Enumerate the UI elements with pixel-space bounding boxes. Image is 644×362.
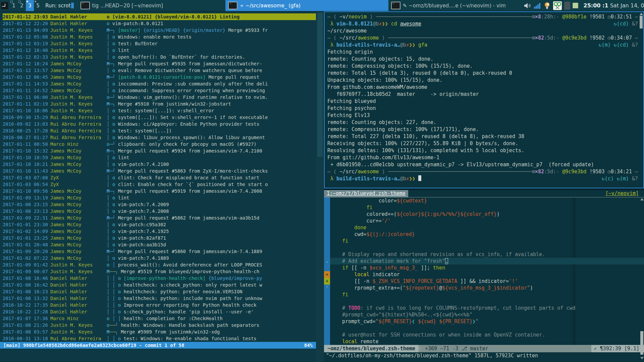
commit-row[interactable]: 2017-01-02 14:09James McCoy│ o vim-patch… bbox=[3, 228, 316, 235]
vim-statusline: ~omz/themes/blueyed.zsh-theme ⟩ +369 ~71… bbox=[324, 345, 644, 352]
commit-row[interactable]: 2017-01-12 18:24James McCoyM─┐ Merge pul… bbox=[3, 60, 316, 67]
app-green-circles-icon[interactable] bbox=[553, 1, 562, 10]
vim-code-line: = local indicator bbox=[324, 271, 644, 278]
scroll-up-arrow[interactable] bbox=[640, 13, 643, 15]
commit-row[interactable]: 2017-01-12 02:33Justin M. Keyes│ o open_… bbox=[3, 54, 316, 60]
vim-tabline-cwd: [~v/neovim] bbox=[605, 190, 644, 197]
vim-scrollbar-thumb[interactable] bbox=[640, 331, 643, 355]
terminal-line: f69769f7..18cb05d2 master -> origin/mast… bbox=[327, 91, 638, 98]
commit-row[interactable]: 2017-01-11 14:52James McCoy│ o inccomman… bbox=[3, 87, 316, 94]
commit-row[interactable]: 2017-01-03 07:08ZyX│ o clint: Check for … bbox=[3, 174, 316, 181]
tag-3[interactable]: 3 bbox=[26, 0, 34, 11]
commit-row[interactable]: 2017-01-08 03:57Justin M. KeyesM╌╌┐ Merg… bbox=[3, 328, 316, 335]
awesome-menu-icon[interactable] bbox=[1, 2, 8, 9]
taskbar-item[interactable]: ∻ ~/src/awesome_ (gfa) bbox=[225, 0, 388, 11]
commit-row[interactable]: 2017-01-10 15:32James McCoyM─┐ Merge pul… bbox=[3, 147, 316, 154]
terminal-line: Receiving objects: 100% (227/227), 55.89… bbox=[327, 140, 638, 147]
terminal-line: ~/src/awesome bbox=[327, 27, 638, 35]
tasklist: tig ...HEAD~20 [~v/neovim]∻ ~/src/awesom… bbox=[78, 0, 523, 11]
commit-row[interactable]: 2017-01-12 06:45James McCoyM─┘ [patch-8.… bbox=[3, 74, 316, 80]
vim-scrollbar[interactable] bbox=[640, 198, 644, 360]
commit-row[interactable]: 2017-01-08 21:26Justin M. Keyeso╌╌┘ heal… bbox=[3, 322, 316, 328]
commit-row[interactable]: 2017-01-03 06:54ZyX│ o clint: Enable che… bbox=[3, 181, 316, 188]
commit-row[interactable]: 2017-01-08 16:46Daniel Hahler│ │ o [impr… bbox=[3, 275, 316, 282]
commit-row[interactable]: 2017-01-12 05:08Justin M. Keyes│ o Windo… bbox=[3, 34, 316, 40]
commit-row[interactable]: 2017-01-09 20:20James McCoyM─┘ Merge pul… bbox=[3, 248, 316, 255]
commit-row[interactable]: 2017-01-08 13:32Daniel Hahler│ │ o healt… bbox=[3, 295, 316, 302]
commit-row[interactable]: 2017-01-01 23:30James McCoy│ o vim-patch… bbox=[3, 221, 316, 228]
commit-row[interactable]: 2017-01-07 17:36Marco Hinzo │ │ health: … bbox=[3, 315, 316, 322]
commit-row[interactable]: 2017-01-09 00:07Justin M. KeyesM╌╌┐ Merg… bbox=[3, 268, 316, 275]
commit-row[interactable]: 2017-01-08 16:42Daniel Hahler│ │ o healt… bbox=[3, 282, 316, 288]
run-prompt[interactable]: Run: scrot bbox=[45, 3, 74, 9]
vim-window[interactable]: 1:~omz/t/blueyed.zsh-theme [~v/neovim] c… bbox=[324, 190, 644, 362]
taskbar-item[interactable]: ✎ ~omz/t/blueyed....e (~v/neovim) - vim bbox=[388, 0, 523, 11]
tag-5[interactable]: 5 bbox=[34, 0, 42, 11]
vim-code-line: prompt_cwd="${PR_RESET}❮ ${cwd} ${PR_RES… bbox=[324, 318, 644, 325]
commit-row[interactable]: 2017-01-01 20:48James McCoy│ o vim-patch… bbox=[3, 241, 316, 248]
commit-row[interactable]: 2017-01-01 23:25James McCoy│ o vim-patch… bbox=[3, 235, 316, 241]
terminal-scrollbar-thumb[interactable] bbox=[640, 16, 643, 28]
commit-row[interactable]: 2016-08-27 01:27Rui Abreu Ferreira│ o Wi… bbox=[3, 134, 316, 141]
commit-row[interactable]: 2017-01-12 22:20Daniel Hahlero vim-patch… bbox=[3, 20, 316, 27]
vim-buffer-area[interactable]: color=${cwdtext} fi colored+=(${color}${… bbox=[324, 197, 644, 345]
statusline-separator: ⟩ bbox=[419, 345, 424, 352]
vim-code-line: if [[ -n $vcs_info_msg_3_ ]]; then bbox=[324, 264, 644, 271]
tig-status-bar: [main] 980bf1e548582bdcd86e6aefe2a0323cb… bbox=[0, 342, 316, 349]
commit-row[interactable]: 2016-08-25 17:28Rui Abreu Ferreira│ o te… bbox=[3, 127, 316, 134]
commit-row[interactable]: 2017-01-08 23:13James McCoy│ o vim-patch… bbox=[3, 208, 316, 215]
volume-icon[interactable] bbox=[523, 2, 531, 9]
scroll-up-arrow[interactable] bbox=[640, 198, 644, 200]
tray-dark-icon[interactable] bbox=[564, 2, 570, 10]
taskbar-item[interactable]: tig ...HEAD~20 [~v/neovim] bbox=[78, 0, 225, 11]
terminal-line: λ build-utils-travis-a…@b✗❯❯ gfa↻(m) ↻(c… bbox=[327, 42, 638, 49]
commit-row[interactable]: 2017-01-09 22:31James McCoyM─┘ Merge pul… bbox=[3, 215, 316, 221]
commit-row[interactable]: 2017-01-08 16:23Daniel Hahler│ │ o healt… bbox=[3, 288, 316, 295]
commit-row[interactable]: 2017-01-02 07:22James McCoy│ o vim-patch… bbox=[3, 255, 316, 261]
commit-row[interactable]: 2017-01-09 13:19James McCoy│ o lint bbox=[3, 194, 316, 201]
commit-row[interactable]: 2017-01-08 23:15James McCoy│ o vim-patch… bbox=[3, 201, 316, 208]
vim-tab-current[interactable]: 1:~omz/t/blueyed.zsh-theme bbox=[324, 190, 408, 197]
commit-row[interactable]: 2017-01-10 11:43James McCoyM─┘ Merge pul… bbox=[3, 168, 316, 174]
lightbulb-icon[interactable] bbox=[543, 2, 551, 10]
signal-bars-icon[interactable] bbox=[534, 2, 541, 9]
commit-row[interactable]: 2017-01-12 03:19Justin M. Keyes│ o test:… bbox=[3, 40, 316, 47]
terminal-scrollbar[interactable] bbox=[639, 12, 643, 188]
tig-scrollbar[interactable] bbox=[316, 11, 324, 362]
commit-row[interactable]: 2017-01-13 04:09Justin M. KeyesM─┐ [mast… bbox=[3, 27, 316, 34]
tray-green-icon[interactable] bbox=[573, 3, 578, 8]
vim-code-line: colored+=(${color}${i:gs/%/%%/}${color_o… bbox=[324, 211, 644, 218]
commit-row[interactable]: 2017-01-10 18:06Justin M. Keyes│ o test:… bbox=[3, 107, 316, 114]
commit-row[interactable]: 2016-09-02 13:03Rui Abreu Ferreira│ o Wi… bbox=[3, 121, 316, 127]
commit-row[interactable]: 2017-01-10 10:59James McCoy│ o lint bbox=[3, 154, 316, 161]
terminal-line: — ⟨ ~/src/awesome ⟩ ────────────────────… bbox=[327, 35, 638, 42]
zsh-terminal-window[interactable]: — ⟨ ~v/neovim ⟩ ────────────────────────… bbox=[324, 11, 644, 188]
commit-row[interactable]: 2017-01-11 02:19Justin M. KeyesM─┐ Merge… bbox=[3, 101, 316, 107]
tag-2[interactable]: 2 bbox=[18, 0, 26, 11]
terminal-line: λ vim-8.0.0121@b✗❯❯ cd awesome↻(cd) &? bbox=[327, 20, 638, 27]
commit-row[interactable]: 2017-01-11 00:50Marco Hinzo─┘ clipboard:… bbox=[3, 141, 316, 147]
commit-row[interactable]: 2017-01-09 01:42Justin M. Keyeso │ proce… bbox=[3, 261, 316, 268]
commit-row[interactable]: 2017-01-12 23:03Daniel Hahlero [vim-8.0.… bbox=[3, 13, 316, 20]
terminal-icon bbox=[391, 2, 400, 9]
commit-row[interactable]: 2017-01-11 14:53James McCoy│ o inccomman… bbox=[3, 80, 316, 87]
commit-row[interactable]: 2016-10-22 17:28Daniel Hahler│ │ o s:che… bbox=[3, 308, 316, 315]
tig-window[interactable]: 2017-01-12 23:03Daniel Hahlero [vim-8.0.… bbox=[0, 11, 316, 362]
tag-1[interactable]: 1 bbox=[10, 0, 18, 11]
commit-row[interactable]: 2017-01-10 09:56James McCoyM─┐ Merge pul… bbox=[3, 188, 316, 194]
commit-row[interactable]: 2016-08-31 13:18Rui Abreu Ferreira│ │ o … bbox=[3, 335, 316, 342]
commit-row[interactable]: 2017-01-12 13:57James McCoy│ o eval: Rem… bbox=[3, 67, 316, 74]
tig-scrollbar-thumb[interactable] bbox=[317, 13, 323, 157]
commit-list: 2017-01-12 23:03Daniel Hahlero [vim-8.0.… bbox=[0, 11, 316, 342]
commit-row[interactable]: 2016-10-22 17:35Daniel Hahler│ │ o Impro… bbox=[3, 302, 316, 308]
commit-row[interactable]: 2017-01-10 10:21James McCoy│ o vim-patch… bbox=[3, 161, 316, 168]
terminal-line: From git://github.com/Elv13/awesome-1 bbox=[327, 154, 638, 161]
statusline-diff: +369 ~71 -3 bbox=[425, 346, 458, 352]
commit-row[interactable]: 2017-01-11 06:00Justin M. Keyeso─┘ Windo… bbox=[3, 94, 316, 101]
commit-row[interactable]: 2017-01-12 16:40Justin M. Keyes│ o lint bbox=[3, 47, 316, 54]
vim-code-line: # user@host for SSH connections or when … bbox=[324, 331, 644, 338]
terminal-line: + d6b01950...cd0e1cbb upstream_dynamic_p… bbox=[327, 161, 638, 168]
statusline-branch: ⎇ master bbox=[461, 346, 488, 352]
commit-row[interactable]: 2016-09-30 15:29Rui Abreu Ferreira│ o sy… bbox=[3, 114, 316, 121]
scroll-down-arrow[interactable] bbox=[640, 357, 644, 359]
